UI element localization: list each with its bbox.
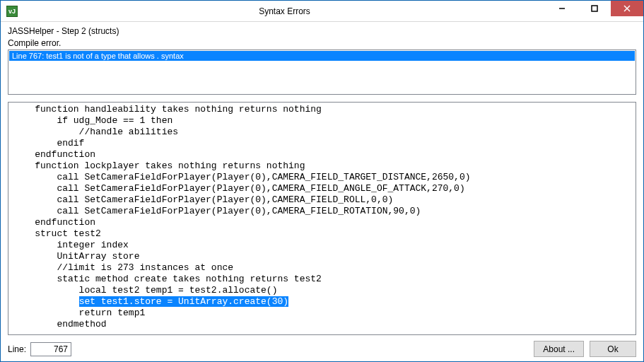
client-area: JASSHelper - Step 2 (structs) Compile er… <box>1 22 643 361</box>
code-line[interactable]: call SetCameraFieldForPlayer(Player(0),C… <box>8 183 636 194</box>
titlebar[interactable]: vJ Syntax Errors <box>1 1 643 22</box>
code-line[interactable]: //limit is 273 instances at once <box>8 262 636 274</box>
code-line[interactable]: return temp1 <box>8 308 636 319</box>
window-controls <box>546 1 643 21</box>
about-button[interactable]: About ... <box>534 341 584 357</box>
window-title: Syntax Errors <box>23 6 546 16</box>
svg-rect-1 <box>592 6 597 11</box>
code-line[interactable]: endif <box>8 138 636 149</box>
line-label: Line: <box>8 344 26 354</box>
syntax-errors-window: vJ Syntax Errors JASSHelper - Step 2 (st… <box>0 0 644 362</box>
code-line[interactable]: function handleability takes nothing ret… <box>8 104 636 115</box>
code-line[interactable]: endfunction <box>8 217 636 228</box>
code-line[interactable]: //handle abilities <box>8 127 636 138</box>
app-icon: vJ <box>6 6 18 17</box>
code-line[interactable]: static method create takes nothing retur… <box>8 274 636 285</box>
code-line[interactable]: endfunction <box>8 149 636 160</box>
code-line[interactable]: if udg_Mode == 1 then <box>8 115 636 127</box>
code-line[interactable]: function lockplayer takes nothing return… <box>8 160 636 172</box>
code-line-highlighted[interactable]: set test1.store = UnitArray.create(30) <box>8 296 636 308</box>
code-line[interactable]: call SetCameraFieldForPlayer(Player(0),C… <box>8 172 636 183</box>
error-item[interactable]: Line 767: test1 is not of a type that al… <box>9 51 635 61</box>
error-list[interactable]: Line 767: test1 is not of a type that al… <box>8 49 636 95</box>
code-line[interactable]: call SetCameraFieldForPlayer(Player(0),C… <box>8 206 636 217</box>
code-line[interactable]: struct test2 <box>8 228 636 240</box>
code-line[interactable]: UnitArray store <box>8 251 636 262</box>
code-line[interactable]: local test2 temp1 = test2.allocate() <box>8 285 636 296</box>
maximize-button[interactable] <box>578 1 611 16</box>
ok-button[interactable]: Ok <box>590 341 636 357</box>
close-button[interactable] <box>611 1 643 16</box>
step-label: JASSHelper - Step 2 (structs) <box>8 26 636 36</box>
code-panel: function handleability takes nothing ret… <box>8 102 636 335</box>
code-line[interactable]: endmethod <box>8 319 636 330</box>
code-line[interactable]: integer index <box>8 240 636 251</box>
minimize-button[interactable] <box>546 1 578 16</box>
code-area[interactable]: function handleability takes nothing ret… <box>8 103 636 334</box>
line-number-box[interactable]: 767 <box>30 342 71 356</box>
code-line[interactable]: call SetCameraFieldForPlayer(Player(0),C… <box>8 194 636 206</box>
footer: Line: 767 About ... Ok <box>8 335 636 357</box>
compile-error-label: Compile error. <box>8 38 636 48</box>
highlighted-span: set test1.store = UnitArray.create(30) <box>79 296 288 307</box>
